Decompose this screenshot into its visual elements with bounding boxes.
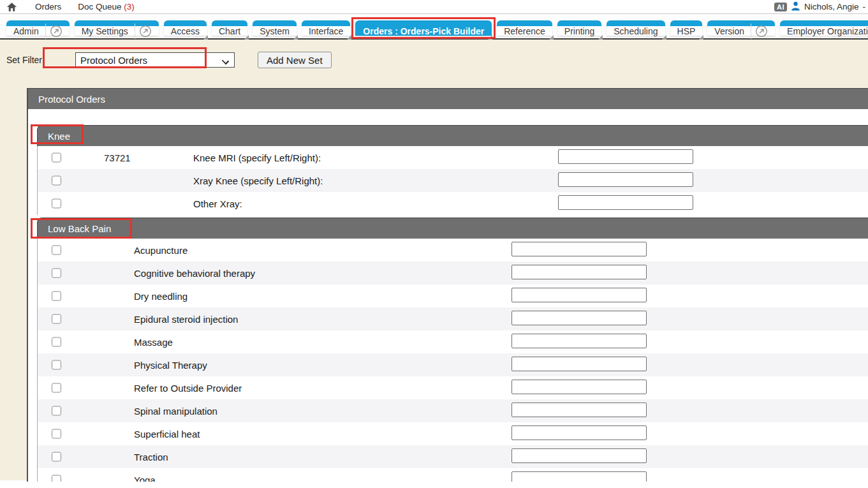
order-input[interactable] bbox=[511, 242, 647, 256]
order-checkbox[interactable] bbox=[52, 153, 61, 163]
order-input[interactable] bbox=[511, 471, 647, 482]
tab-divider bbox=[135, 24, 135, 39]
tab-bar: AdminMy SettingsAccessChartSystemInterfa… bbox=[0, 14, 868, 38]
protocol-orders-panel: Protocol Orders Knee73721Knee MRI (speci… bbox=[27, 88, 868, 482]
section-title: Knee bbox=[48, 131, 70, 142]
set-filter-label: Set Filter: bbox=[6, 55, 75, 65]
order-checkbox[interactable] bbox=[52, 292, 61, 301]
doc-queue-count: (3) bbox=[124, 2, 135, 11]
tab-label: Access bbox=[171, 26, 200, 36]
open-new-window-icon[interactable] bbox=[50, 25, 63, 38]
order-checkbox[interactable] bbox=[52, 337, 61, 347]
order-input[interactable] bbox=[511, 448, 647, 463]
order-row: Spinal manipulation bbox=[38, 399, 868, 422]
open-new-window-icon[interactable] bbox=[139, 25, 152, 38]
order-label: Traction bbox=[134, 452, 168, 462]
tab-divider bbox=[45, 24, 46, 39]
tab-access[interactable]: Access bbox=[164, 20, 207, 36]
order-row: Other Xray: bbox=[38, 192, 868, 215]
section-header-low-back-pain: Low Back Pain bbox=[37, 218, 868, 239]
section-knee: Knee73721Knee MRI (specify Left/Right):X… bbox=[37, 125, 868, 215]
order-row: Refer to Outside Provider bbox=[38, 376, 868, 399]
section-title: Low Back Pain bbox=[48, 223, 111, 234]
order-input[interactable] bbox=[558, 172, 693, 187]
order-input[interactable] bbox=[558, 195, 693, 210]
tab-label: System bbox=[260, 26, 290, 36]
open-new-window-icon[interactable] bbox=[755, 25, 768, 38]
tab-printing[interactable]: Printing bbox=[557, 20, 601, 36]
order-row: Massage bbox=[38, 330, 868, 353]
order-input[interactable] bbox=[511, 288, 647, 302]
set-filter-select[interactable]: Protocol Orders bbox=[75, 52, 235, 68]
order-row: Acupuncture bbox=[38, 239, 868, 262]
order-label: Dry needling bbox=[134, 291, 188, 302]
order-row: Xray Knee (specify Left/Right): bbox=[38, 169, 868, 192]
order-rows: AcupunctureCognitive behavioral therapyD… bbox=[37, 239, 868, 482]
tab-version[interactable]: Version bbox=[707, 20, 775, 36]
order-input[interactable] bbox=[511, 334, 647, 348]
order-label: Physical Therapy bbox=[134, 360, 207, 371]
order-checkbox[interactable] bbox=[52, 269, 61, 278]
tab-hsp[interactable]: HSP bbox=[670, 20, 703, 36]
top-bar: Orders Doc Queue (3) AI Nichols, Angie - bbox=[0, 0, 868, 14]
user-menu-dash[interactable]: - bbox=[863, 2, 866, 11]
order-checkbox[interactable] bbox=[52, 475, 61, 482]
order-code: 73721 bbox=[104, 152, 131, 163]
order-checkbox[interactable] bbox=[52, 383, 61, 393]
tab-my-settings[interactable]: My Settings bbox=[75, 20, 159, 36]
tab-employer-organizations[interactable]: Employer Organizations bbox=[780, 20, 868, 36]
tab-label: Chart bbox=[219, 26, 240, 36]
order-checkbox[interactable] bbox=[52, 246, 61, 255]
order-row: Dry needling bbox=[38, 285, 868, 307]
order-input[interactable] bbox=[511, 425, 647, 440]
order-row: 73721Knee MRI (specify Left/Right): bbox=[38, 146, 868, 169]
tab-reference[interactable]: Reference bbox=[497, 20, 552, 36]
doc-queue-link[interactable]: Doc Queue (3) bbox=[78, 2, 135, 11]
order-checkbox[interactable] bbox=[52, 429, 61, 439]
order-checkbox[interactable] bbox=[52, 314, 61, 324]
add-new-set-button[interactable]: Add New Set bbox=[258, 52, 332, 68]
tab-system[interactable]: System bbox=[253, 20, 297, 36]
order-checkbox[interactable] bbox=[52, 199, 61, 209]
tab-admin[interactable]: Admin bbox=[6, 20, 70, 36]
user-name[interactable]: Nichols, Angie bbox=[804, 2, 859, 11]
section-low-back-pain: Low Back PainAcupunctureCognitive behavi… bbox=[37, 218, 868, 482]
order-input[interactable] bbox=[558, 149, 693, 164]
tab-label: Orders : Orders-Pick Builder bbox=[363, 26, 484, 36]
doc-queue-label: Doc Queue bbox=[78, 2, 121, 11]
order-row: Epidural steroid injection bbox=[38, 307, 868, 330]
section-header-knee: Knee bbox=[37, 125, 868, 146]
order-input[interactable] bbox=[511, 380, 647, 394]
order-input[interactable] bbox=[511, 403, 647, 417]
order-label: Xray Knee (specify Left/Right): bbox=[193, 175, 323, 186]
tab-scheduling[interactable]: Scheduling bbox=[607, 20, 665, 36]
order-input[interactable] bbox=[511, 265, 647, 279]
order-label: Yoga bbox=[134, 475, 156, 482]
tab-interface[interactable]: Interface bbox=[302, 20, 350, 36]
order-checkbox[interactable] bbox=[52, 406, 61, 416]
user-icon bbox=[791, 1, 800, 13]
orders-link[interactable]: Orders bbox=[35, 2, 61, 11]
tab-chart[interactable]: Chart bbox=[212, 20, 247, 36]
order-input[interactable] bbox=[511, 357, 647, 371]
order-label: Knee MRI (specify Left/Right): bbox=[193, 152, 321, 163]
order-row: Yoga bbox=[38, 468, 868, 482]
order-label: Cognitive behavioral therapy bbox=[134, 268, 255, 279]
order-row: Superficial heat bbox=[38, 422, 868, 445]
tab-label: My Settings bbox=[82, 26, 128, 36]
panel-title: Protocol Orders bbox=[38, 94, 105, 105]
order-checkbox[interactable] bbox=[52, 360, 61, 370]
order-checkbox[interactable] bbox=[52, 176, 61, 186]
user-area: AI Nichols, Angie - bbox=[774, 1, 865, 13]
order-input[interactable] bbox=[511, 311, 647, 325]
tab-label: Scheduling bbox=[614, 26, 658, 36]
order-label: Massage bbox=[134, 337, 173, 348]
home-icon[interactable] bbox=[6, 2, 17, 12]
order-row: Physical Therapy bbox=[38, 353, 868, 376]
order-checkbox[interactable] bbox=[52, 452, 61, 462]
tab-label: HSP bbox=[677, 26, 696, 36]
order-label: Spinal manipulation bbox=[134, 406, 217, 417]
order-rows: 73721Knee MRI (specify Left/Right):Xray … bbox=[37, 146, 868, 215]
tab-orders-orders-pick-builder[interactable]: Orders : Orders-Pick Builder bbox=[355, 20, 492, 36]
tab-label: Printing bbox=[564, 26, 594, 36]
